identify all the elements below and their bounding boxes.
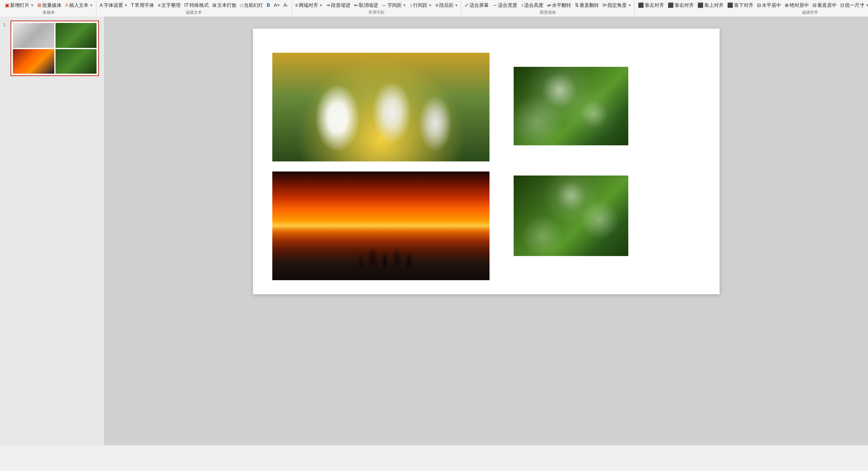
btn-special-format[interactable]: IT 特殊格式 (183, 1, 210, 9)
btn-para-spacing[interactable]: ≡ 段后距 ▼ (434, 1, 460, 9)
btn-bulk-media[interactable]: ⊞ 批量媒体 (36, 1, 63, 9)
btn-align-top[interactable]: ⬛ 靠上对齐 (696, 1, 725, 9)
group-multimedia: ▣ 新增灯片 ▼ ⊞ 批量媒体 A 插入文本 ▼ 多媒体 (2, 1, 97, 16)
btn-font-settings[interactable]: A 字体设置 ▼ (98, 1, 129, 9)
thumb-img-flowers (13, 23, 54, 48)
group-supertext: A 字体设置 ▼ T 常用字体 ≡ 文字整理 IT 特殊格式 ⊞ (97, 1, 292, 16)
slide-number: 1 (3, 22, 9, 27)
ribbon-collapse-button[interactable]: ∧ (860, 1, 866, 7)
group-align: ⬛ 靠左对齐 ⬛ 靠右对齐 ⬛ 靠上对齐 ⬛ 靠下对齐 ⊟ 水平居中 (635, 1, 868, 16)
btn-flip-h[interactable]: ⇌ 水平翻转 (545, 1, 573, 9)
btn-align-right[interactable]: ⬛ 靠右对齐 (666, 1, 695, 9)
slide-image-flowers[interactable] (272, 53, 490, 161)
btn-fit-height[interactable]: ↕ 适合高度 (519, 1, 545, 9)
btn-align-bottom[interactable]: ⬛ 靠下对齐 (726, 1, 755, 9)
btn-align-left[interactable]: ⬛ 靠左对齐 (636, 1, 666, 9)
btn-flip-v[interactable]: ⇅ 垂直翻转 (573, 1, 601, 9)
thumb-img-sunset (13, 49, 54, 74)
btn-rotate-angle[interactable]: ⟳ 指定角度 ▼ (601, 1, 633, 9)
slide-canvas[interactable] (253, 29, 720, 294)
btn-line-spacing[interactable]: ↕ 行间距 ▼ (408, 1, 434, 9)
toolbar: ▣ 新增灯片 ▼ ⊞ 批量媒体 A 插入文本 ▼ 多媒体 A (0, 0, 868, 17)
btn-center-abs[interactable]: ⊕ 绝对居中 (783, 1, 810, 9)
thumb-img-green1 (56, 23, 97, 48)
slide-panel: 1 (0, 17, 105, 445)
slide-thumbnail[interactable] (10, 21, 99, 76)
thumb-img-green2 (56, 49, 97, 74)
btn-bold[interactable]: B (265, 1, 272, 9)
main-area: 1 (0, 17, 868, 445)
btn-char-spacing[interactable]: ↔ 字间距 ▼ (380, 1, 408, 9)
btn-indent-in[interactable]: ⇒ 段首缩进 (325, 1, 352, 9)
btn-new-slide[interactable]: ▣ 新增灯片 ▼ (3, 1, 35, 9)
btn-text-scatter[interactable]: ⊞ 文本打散 (211, 1, 238, 9)
slide-image-sunset[interactable] (272, 171, 490, 280)
group-spacing: ≡ 两端对齐 ▼ ⇒ 段首缩进 ⇐ 取消缩进 ↔ 字间距 ▼ (292, 1, 462, 16)
group-scale: ⤢ 适合屏幕 ↔ 适合宽度 ↕ 适合高度 ⇌ 水平翻转 ⇅ 垂直翻转 (461, 1, 635, 16)
slide-image-green2[interactable] (514, 176, 628, 256)
btn-center-v[interactable]: ⊟ 垂直居中 (811, 1, 838, 9)
slide-image-green1[interactable] (514, 67, 628, 145)
btn-common-font[interactable]: T 常用字体 (130, 1, 156, 9)
btn-insert-text[interactable]: A 插入文本 ▼ (64, 1, 95, 9)
slide-thumbnail-wrapper: 1 (3, 21, 101, 76)
btn-font-increase[interactable]: A+ (272, 1, 282, 9)
btn-center-h[interactable]: ⊟ 水平居中 (755, 1, 783, 9)
btn-justify[interactable]: ≡ 两端对齐 ▼ (294, 1, 324, 9)
btn-indent-out[interactable]: ⇐ 取消缩进 (352, 1, 380, 9)
canvas-area[interactable] (105, 17, 868, 445)
btn-current-slide-text[interactable]: □ 当前幻灯 (239, 1, 265, 9)
btn-font-decrease[interactable]: A- (282, 1, 290, 9)
btn-fit-screen[interactable]: ⤢ 适合屏幕 (463, 1, 490, 9)
btn-fit-width[interactable]: ↔ 适合宽度 (491, 1, 519, 9)
btn-text-arrange[interactable]: ≡ 文字整理 (156, 1, 182, 9)
